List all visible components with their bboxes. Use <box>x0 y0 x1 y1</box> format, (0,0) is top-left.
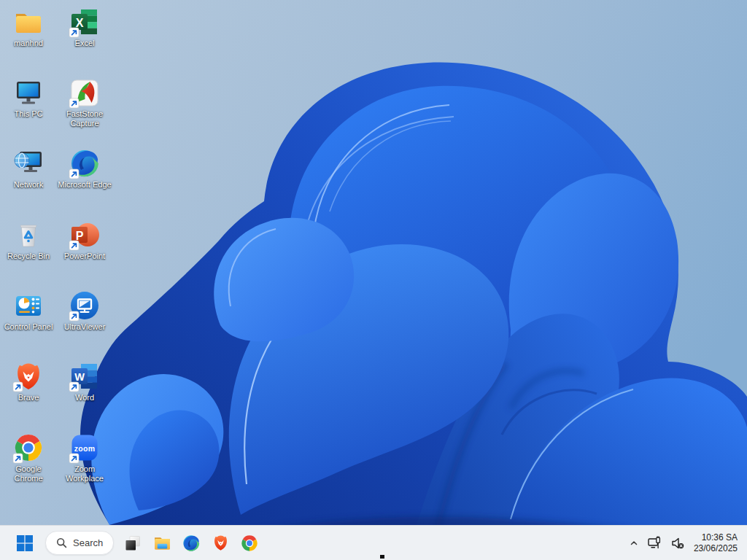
desktop-icon-faststone-capture[interactable]: FastStone Capture <box>57 77 112 128</box>
recycle-bin-icon <box>12 219 44 251</box>
desktop-icon-label: manhnd <box>1 39 56 48</box>
clock-date: 23/06/2025 <box>694 543 738 554</box>
desktop-icon-control-panel[interactable]: Control Panel <box>1 289 56 332</box>
faststone-capture-icon <box>69 77 101 109</box>
desktop-icon-this-pc[interactable]: This PC <box>1 77 56 119</box>
system-tray: 10:36 SA 23/06/2025 <box>625 529 747 558</box>
desktop-icon-label: Recycle Bin <box>1 252 56 261</box>
mouse-cursor <box>380 555 384 559</box>
desktop-icon-label: Control Panel <box>1 322 56 332</box>
chrome-icon <box>240 534 259 553</box>
desktop-icon-network[interactable]: Network <box>1 147 56 190</box>
desktop-icon-brave[interactable]: Brave <box>1 360 56 402</box>
desktop-icon-label: Word <box>57 393 112 402</box>
desktop-icon-recycle-bin[interactable]: Recycle Bin <box>1 219 56 261</box>
chrome-icon <box>12 432 44 464</box>
desktop-icon-label: Zoom Workplace <box>57 464 112 483</box>
desktop-icon-powerpoint[interactable]: PowerPoint <box>57 219 112 261</box>
taskbar-microsoft-edge[interactable] <box>177 529 206 558</box>
volume-muted-icon <box>670 535 686 551</box>
desktop-icon-manhnd[interactable]: manhnd <box>1 6 56 48</box>
taskbar-google-chrome[interactable] <box>235 529 264 558</box>
edge-icon <box>69 147 101 179</box>
ultraviewer-icon <box>69 289 101 322</box>
network-icon <box>12 147 44 179</box>
desktop-icon-zoom-workplace[interactable]: Zoom Workplace <box>57 432 112 483</box>
tray-chevron-button[interactable] <box>625 529 643 558</box>
brave-icon <box>212 534 230 552</box>
zoom-icon <box>69 432 101 464</box>
this-pc-icon <box>12 77 44 109</box>
tray-volume-button[interactable] <box>666 529 689 558</box>
search-label: Search <box>73 537 103 548</box>
desktop-icon-label: UltraViewer <box>57 322 112 332</box>
clock-time: 10:36 SA <box>694 532 738 543</box>
word-icon <box>69 360 101 392</box>
taskbar-clock[interactable]: 10:36 SA 23/06/2025 <box>694 532 738 554</box>
brave-icon <box>12 360 44 392</box>
taskbar-app-window[interactable] <box>118 529 147 558</box>
desktop-icon-label: Microsoft Edge <box>57 180 112 190</box>
folder-icon <box>152 533 172 553</box>
desktop-icon-label: Excel <box>57 39 112 48</box>
taskbar: Search <box>0 525 747 560</box>
excel-icon <box>69 6 101 38</box>
taskbar-search[interactable]: Search <box>45 531 114 555</box>
desktop-icon-microsoft-edge[interactable]: Microsoft Edge <box>57 147 112 190</box>
desktop-icon-label: This PC <box>1 109 56 119</box>
desktop-icon-label: FastStone Capture <box>57 109 112 128</box>
desktop-icon-label: Google Chrome <box>1 464 56 483</box>
wired-network-icon <box>646 535 662 551</box>
search-icon <box>56 537 67 548</box>
desktop-icon-label: Brave <box>1 393 56 402</box>
control-panel-icon <box>12 289 44 322</box>
chevron-up-icon <box>629 538 639 548</box>
folder-icon <box>12 6 44 38</box>
powerpoint-icon <box>69 219 101 251</box>
start-button[interactable] <box>10 529 39 558</box>
desktop-icon-label: PowerPoint <box>57 252 112 261</box>
desktop-icon-label: Network <box>1 180 56 190</box>
tray-network-button[interactable] <box>643 529 666 558</box>
desktop-icon-google-chrome[interactable]: Google Chrome <box>1 432 56 483</box>
desktop-icon-word[interactable]: Word <box>57 360 112 402</box>
desktop-icon-excel[interactable]: Excel <box>57 6 112 48</box>
overlapping-squares-icon <box>123 534 142 553</box>
taskbar-brave[interactable] <box>206 529 235 558</box>
taskbar-file-explorer[interactable] <box>147 529 177 558</box>
edge-icon <box>182 534 201 553</box>
desktop-icon-ultraviewer[interactable]: UltraViewer <box>57 289 112 332</box>
windows-logo-icon <box>15 534 34 553</box>
